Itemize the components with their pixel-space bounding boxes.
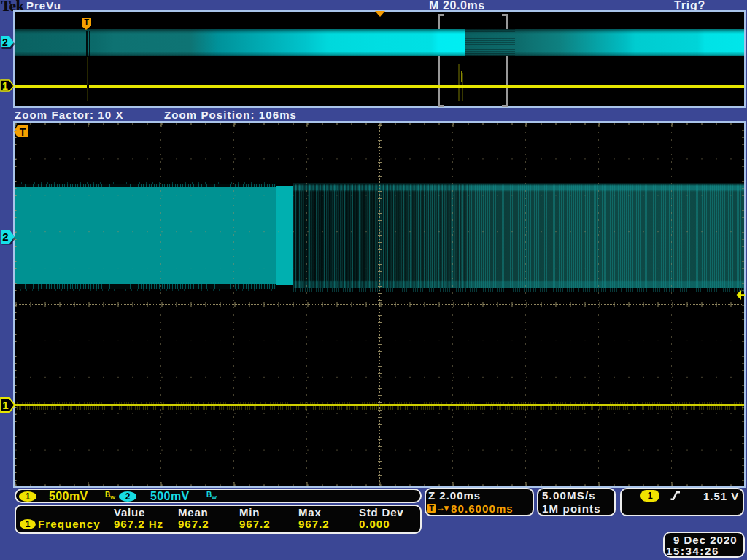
svg-text:2: 2 (2, 36, 8, 48)
svg-text:2: 2 (2, 230, 8, 243)
svg-text:1: 1 (2, 399, 8, 411)
svg-text:1: 1 (2, 80, 8, 92)
